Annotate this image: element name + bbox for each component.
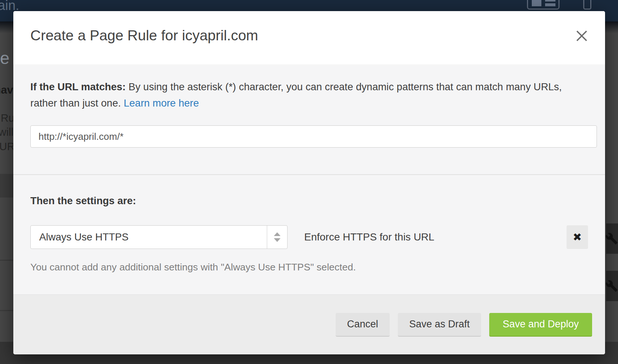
url-match-label: If the URL matches: <box>30 81 126 92</box>
modal-title: Create a Page Rule for icyapril.com <box>13 11 605 44</box>
url-pattern-input[interactable] <box>30 125 597 148</box>
setting-description: Enforce HTTPS for this URL <box>304 231 434 243</box>
dimmed-table-header <box>0 174 13 198</box>
dimmed-row-divider <box>0 260 13 261</box>
select-arrows-icon <box>267 226 287 249</box>
partial-nav-icon <box>583 0 591 10</box>
dimmed-text-fragment: UR <box>0 141 15 153</box>
setting-select-value: Always Use HTTPS <box>39 231 128 243</box>
layout-toggle-icon <box>527 0 560 10</box>
wrench-icon <box>605 280 618 292</box>
settings-heading: Then the settings are: <box>30 195 588 207</box>
url-match-description: If the URL matches: By using the asteris… <box>30 79 582 111</box>
setting-row: Always Use HTTPS Enforce HTTPS for this … <box>30 225 588 249</box>
dimmed-text-fragment: e <box>0 48 10 68</box>
learn-more-link[interactable]: Learn more here <box>124 97 199 109</box>
chevron-down-icon <box>274 238 281 242</box>
settings-note: You cannot add any additional settings w… <box>30 262 588 273</box>
page-rule-modal: Create a Page Rule for icyapril.com If t… <box>13 11 605 354</box>
modal-body: If the URL matches: By using the asteris… <box>13 65 605 294</box>
cancel-button[interactable]: Cancel <box>336 313 390 337</box>
dimmed-text-fragment: nav <box>0 84 13 96</box>
close-button[interactable] <box>575 29 589 43</box>
dimmed-text-fragment: Ru <box>1 112 14 124</box>
modal-header: Create a Page Rule for icyapril.com <box>13 11 605 65</box>
section-divider <box>13 174 605 175</box>
grid-square-icon <box>532 0 541 6</box>
remove-setting-button[interactable]: ✖ <box>567 225 588 249</box>
close-icon <box>575 30 588 42</box>
save-deploy-button[interactable]: Save and Deploy <box>489 313 592 337</box>
dimmed-row-divider <box>0 310 13 311</box>
chevron-up-icon <box>274 232 281 236</box>
wrench-icon <box>605 232 618 245</box>
wrench-button <box>606 223 618 254</box>
dimmed-text-fragment: will <box>0 126 13 138</box>
save-draft-button[interactable]: Save as Draft <box>398 313 481 337</box>
remove-x-icon: ✖ <box>573 231 582 243</box>
modal-footer: Cancel Save as Draft Save and Deploy <box>13 294 605 354</box>
wrench-button <box>606 271 618 301</box>
setting-select[interactable]: Always Use HTTPS <box>30 225 288 249</box>
